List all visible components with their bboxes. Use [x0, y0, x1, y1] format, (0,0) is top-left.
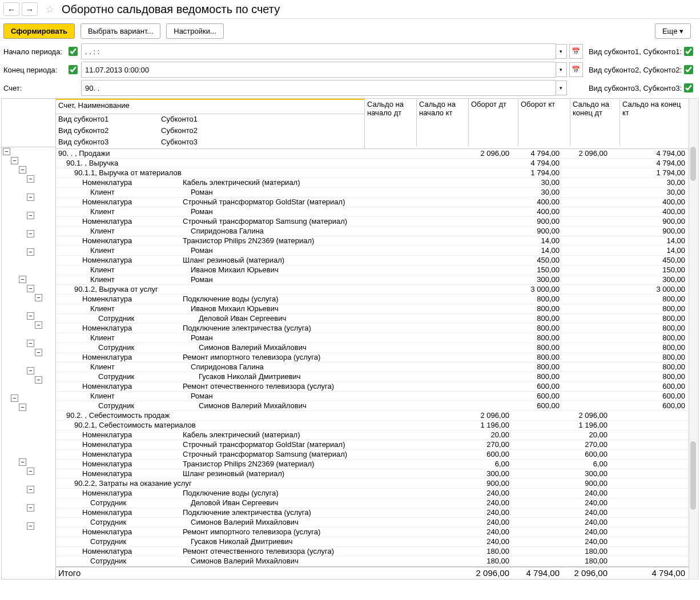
table-row[interactable]: НоменклатураСтрочный трансформатор Samsu…: [56, 217, 689, 227]
table-row[interactable]: СотрудникСимонов Валерий Михайлович800,0…: [56, 343, 689, 353]
chevron-down-icon: ▾: [679, 27, 683, 35]
table-row[interactable]: НоменклатураШланг резиновый (материал)45…: [56, 256, 689, 265]
table-row[interactable]: 90. . , Продажи2 096,004 794,002 096,004…: [56, 149, 689, 159]
tree-collapse-icon[interactable]: −: [27, 367, 34, 375]
table-row[interactable]: КлиентРоман800,00800,00: [56, 333, 689, 343]
scrollbar-thumb-2[interactable]: [690, 441, 696, 510]
table-row[interactable]: НоменклатураКабель электрический (матери…: [56, 430, 689, 440]
tree-collapse-icon[interactable]: −: [27, 175, 34, 183]
tree-collapse-icon[interactable]: −: [27, 340, 34, 347]
table-row[interactable]: НоменклатураКабель электрический (матери…: [56, 178, 689, 188]
table-row[interactable]: 90.2.1, Себестоимость материалов1 196,00…: [56, 421, 689, 430]
table-row[interactable]: СотрудникСимонов Валерий Михайлович240,0…: [56, 518, 689, 527]
sub2-label: Вид субконто2, Субконто2:: [589, 66, 682, 74]
table-row[interactable]: НоменклатураРемонт отечественного телеви…: [56, 547, 689, 557]
tree-collapse-icon[interactable]: −: [11, 157, 18, 164]
vertical-scrollbar[interactable]: [689, 98, 699, 579]
table-row[interactable]: 90.1.1, Выручка от материалов1 794,001 7…: [56, 168, 689, 178]
table-row[interactable]: НоменклатураПодключение электричества (у…: [56, 324, 689, 333]
start-period-calendar-icon[interactable]: 📅: [569, 44, 583, 59]
table-row[interactable]: НоменклатураТранзистор Philips 2N2369 (м…: [56, 460, 689, 469]
tree-collapse-icon[interactable]: −: [3, 148, 10, 155]
more-button[interactable]: Еще ▾: [655, 23, 691, 39]
start-period-input[interactable]: . . : :: [81, 43, 556, 59]
table-row[interactable]: 90.1.2, Выручка от услуг3 000,003 000,00: [56, 285, 689, 295]
account-input[interactable]: 90. .: [81, 80, 556, 96]
tree-collapse-icon[interactable]: −: [11, 394, 18, 402]
variant-button[interactable]: Выбрать вариант...: [81, 23, 160, 39]
table-row[interactable]: 90.2. , Себестоимость продаж2 096,002 09…: [56, 411, 689, 421]
favorite-icon[interactable]: ☆: [43, 3, 56, 15]
table-row[interactable]: КлиентРоман300,00300,00: [56, 275, 689, 285]
tree-collapse-icon[interactable]: −: [27, 248, 34, 256]
tree-collapse-icon[interactable]: −: [27, 212, 34, 219]
total-label: Итого: [56, 567, 159, 579]
table-row[interactable]: КлиентРоман14,0014,00: [56, 246, 689, 256]
tree-collapse-icon[interactable]: −: [27, 230, 34, 237]
table-row[interactable]: 90.1. , Выручка4 794,004 794,00: [56, 159, 689, 168]
table-row[interactable]: СотрудникДеловой Иван Сергеевич240,00240…: [56, 498, 689, 508]
sub3-check[interactable]: [684, 83, 693, 92]
table-row[interactable]: КлиентСпиридонова Галина800,00800,00: [56, 363, 689, 372]
account-dropdown[interactable]: ▾: [556, 80, 567, 95]
tree-collapse-icon[interactable]: −: [19, 276, 26, 283]
tree-collapse-icon[interactable]: −: [27, 312, 34, 320]
tree-collapse-icon[interactable]: −: [19, 404, 26, 411]
table-row[interactable]: НоменклатураТранзистор Philips 2N2369 (м…: [56, 236, 689, 246]
header-account: Счет, Наименование: [56, 99, 364, 114]
end-period-dropdown[interactable]: ▾: [556, 62, 567, 77]
table-row[interactable]: НоменклатураСтрочный трансформатор GoldS…: [56, 440, 689, 450]
tree-collapse-icon[interactable]: −: [19, 458, 26, 466]
end-period-label: Конец периода:: [3, 66, 66, 74]
table-row[interactable]: НоменклатураПодключение электричества (у…: [56, 508, 689, 518]
table-row[interactable]: КлиентРоман600,00600,00: [56, 392, 689, 401]
forward-button[interactable]: →: [22, 2, 38, 16]
table-row[interactable]: НоменклатураРемонт отечественного телеви…: [56, 382, 689, 392]
table-row[interactable]: КлиентИванов Михаил Юрьевич150,00150,00: [56, 265, 689, 275]
tree-collapse-icon[interactable]: −: [27, 468, 34, 475]
table-row[interactable]: НоменклатураРемонт импортного телевизора…: [56, 527, 689, 537]
table-row[interactable]: КлиентРоман30,0030,00: [56, 188, 689, 198]
start-period-dropdown[interactable]: ▾: [556, 44, 567, 59]
end-period-input[interactable]: 11.07.2013 0:00:00: [81, 62, 556, 78]
tree-collapse-icon[interactable]: −: [35, 294, 42, 301]
table-row[interactable]: СотрудникГусаков Николай Дмитриевич240,0…: [56, 537, 689, 547]
end-period-check[interactable]: [69, 65, 78, 74]
account-label: Счет:: [3, 84, 66, 92]
table-row[interactable]: НоменклатураПодключение воды (услуга)800…: [56, 295, 689, 304]
table-row[interactable]: КлиентРоман400,00400,00: [56, 207, 689, 217]
table-row[interactable]: КлиентСпиридонова Галина900,00900,00: [56, 227, 689, 236]
sub3-label: Вид субконто3, Субконто3:: [589, 84, 682, 92]
tree-collapse-icon[interactable]: −: [35, 376, 42, 384]
sub2-check[interactable]: [684, 65, 693, 74]
tree-collapse-icon[interactable]: −: [19, 166, 26, 174]
table-row[interactable]: КлиентИванов Михаил Юрьевич800,00800,00: [56, 304, 689, 314]
end-period-calendar-icon[interactable]: 📅: [569, 62, 583, 77]
sub1-check[interactable]: [684, 47, 693, 56]
form-button[interactable]: Сформировать: [3, 23, 75, 39]
table-row[interactable]: СотрудникСимонов Валерий Михайлович600,0…: [56, 401, 689, 411]
table-row[interactable]: НоменклатураПодключение воды (услуга)240…: [56, 489, 689, 498]
table-row[interactable]: 90.2.2, Затраты на оказание услуг900,009…: [56, 479, 689, 489]
table-row[interactable]: НоменклатураСтрочный трансформатор Samsu…: [56, 450, 689, 460]
tree-collapse-icon[interactable]: −: [27, 285, 34, 292]
table-row[interactable]: СотрудникГусаков Николай Дмитриевич800,0…: [56, 372, 689, 382]
table-row[interactable]: НоменклатураШланг резиновый (материал)30…: [56, 469, 689, 479]
settings-button[interactable]: Настройки...: [166, 23, 224, 39]
tree-collapse-icon[interactable]: −: [35, 321, 42, 329]
table-row[interactable]: НоменклатураСтрочный трансформатор GoldS…: [56, 198, 689, 207]
table-row[interactable]: СотрудникСимонов Валерий Михайлович180,0…: [56, 557, 689, 566]
tree-collapse-icon[interactable]: −: [35, 349, 42, 356]
back-button[interactable]: ←: [3, 2, 19, 16]
page-title: Оборотно сальдовая ведомость по счету: [62, 3, 280, 16]
table-row[interactable]: НоменклатураРемонт импортного телевизора…: [56, 353, 689, 363]
scrollbar-thumb[interactable]: [690, 147, 696, 181]
table-row[interactable]: СотрудникДеловой Иван Сергеевич800,00800…: [56, 314, 689, 324]
tree-collapse-icon[interactable]: −: [27, 522, 34, 530]
tree-collapse-icon[interactable]: −: [27, 486, 34, 493]
sub1-label: Вид субконто1, Субконто1:: [589, 47, 682, 56]
tree-collapse-icon[interactable]: −: [27, 504, 34, 512]
tree-collapse-icon[interactable]: −: [27, 194, 34, 201]
start-period-check[interactable]: [69, 47, 78, 56]
total-row: Итого 2 096,00 4 794,00 2 096,00 4 794,0…: [56, 566, 689, 579]
